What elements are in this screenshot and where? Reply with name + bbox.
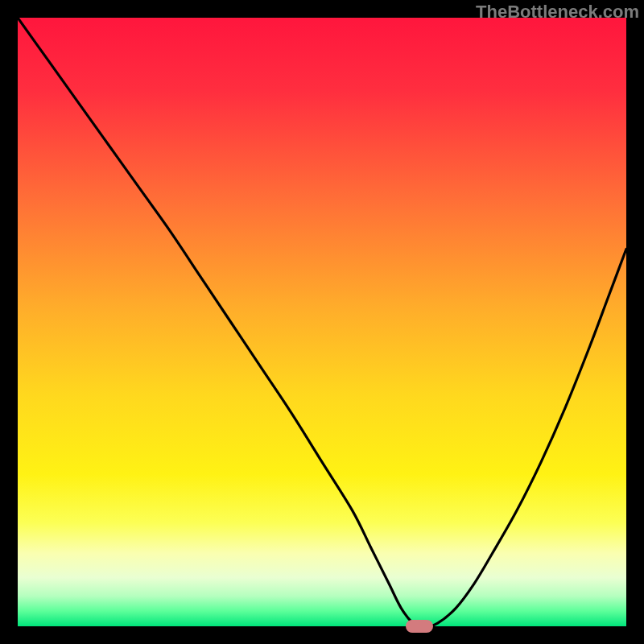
plot-area — [18, 18, 626, 626]
bottleneck-curve — [18, 18, 626, 626]
chart-frame: TheBottleneck.com — [0, 0, 644, 644]
watermark-text: TheBottleneck.com — [476, 2, 639, 23]
curve-layer — [18, 18, 626, 626]
optimal-marker — [406, 620, 433, 633]
